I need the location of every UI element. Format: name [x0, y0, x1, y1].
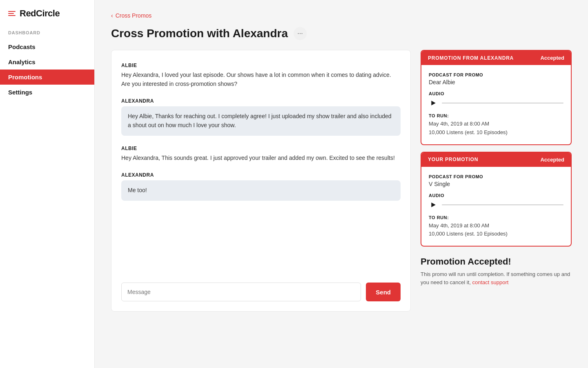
promo-from-podcast-label: PODCAST FOR PROMO [429, 72, 564, 77]
message-bubble: Hey Albie, Thanks for reaching out. I co… [121, 106, 401, 135]
promo-from-title: PROMOTION FROM ALEXANDRA [428, 55, 514, 61]
promo-panel: PROMOTION FROM ALEXANDRA Accepted PODCAS… [421, 50, 572, 287]
sidebar-section-label: DASHBOARD [0, 30, 94, 39]
audio-track [442, 103, 564, 103]
content-area: ‹ Cross Promos Cross Promotion with Alex… [95, 0, 588, 368]
message-block: ALEXANDRA Hey Albie, Thanks for reaching… [121, 98, 401, 135]
message-bubble: Me too! [121, 180, 401, 201]
promo-from-status: Accepted [540, 55, 564, 61]
chevron-left-icon: ‹ [111, 12, 113, 19]
message-block: ALEXANDRA Me too! [121, 172, 401, 201]
promo-yours-run-label: TO RUN: [429, 215, 564, 220]
promotion-accepted-title: Promotion Accepted! [421, 256, 572, 267]
svg-marker-0 [431, 101, 436, 105]
back-link[interactable]: ‹ Cross Promos [111, 12, 572, 19]
chat-panel: ALBIE Hey Alexandra, I loved your last e… [111, 50, 411, 312]
sidebar-item-podcasts[interactable]: Podcasts [0, 39, 94, 54]
page-title: Cross Promotion with Alexandra [111, 27, 288, 40]
sidebar-item-promotions[interactable]: Promotions [0, 70, 94, 85]
promo-yours-card: YOUR PROMOTION Accepted PODCAST FOR PROM… [421, 152, 572, 247]
message-text: Hey Albie, Thanks for reaching out. I co… [128, 112, 394, 130]
promo-yours-title: YOUR PROMOTION [428, 157, 478, 162]
promo-from-card: PROMOTION FROM ALEXANDRA Accepted PODCAS… [421, 50, 572, 145]
message-text: Me too! [128, 186, 394, 195]
contact-support-link[interactable]: contact support [472, 279, 508, 285]
message-block: ALBIE Hey Alexandra, I loved your last e… [121, 63, 401, 88]
sidebar-item-settings[interactable]: Settings [0, 85, 94, 100]
message-text: Hey Alexandra, I loved your last episode… [121, 71, 401, 88]
message-block: ALBIE Hey Alexandra, This sounds great. … [121, 146, 401, 163]
message-sender: ALEXANDRA [121, 172, 401, 178]
promo-from-body: PODCAST FOR PROMO Dear Albie AUDIO TO RU… [421, 65, 571, 144]
logo-icon [8, 11, 16, 16]
play-button[interactable] [429, 99, 438, 108]
promo-yours-audio-label: AUDIO [429, 193, 564, 198]
chat-messages: ALBIE Hey Alexandra, I loved your last e… [111, 50, 410, 276]
message-sender: ALBIE [121, 63, 401, 68]
message-input[interactable] [121, 283, 361, 301]
logo-text: RedCircle [20, 8, 60, 19]
audio-player-yours [429, 200, 564, 209]
two-column-layout: ALBIE Hey Alexandra, I loved your last e… [111, 50, 572, 312]
audio-track-yours [442, 204, 564, 205]
promo-from-run-label: TO RUN: [429, 113, 564, 118]
send-button[interactable]: Send [366, 283, 401, 301]
svg-marker-1 [431, 202, 436, 207]
promo-yours-run-dates: May 4th, 2019 at 8:00 AM 10,000 Listens … [429, 222, 564, 239]
message-sender: ALEXANDRA [121, 98, 401, 104]
promo-yours-header: YOUR PROMOTION Accepted [421, 153, 571, 167]
page-header: Cross Promotion with Alexandra ··· [111, 27, 572, 40]
ellipsis-icon: ··· [297, 30, 303, 37]
promo-from-header: PROMOTION FROM ALEXANDRA Accepted [421, 51, 571, 65]
main-content: ‹ Cross Promos Cross Promotion with Alex… [95, 0, 588, 368]
promo-from-run-dates: May 4th, 2019 at 8:00 AM 10,000 Listens … [429, 120, 564, 137]
sidebar: RedCircle DASHBOARD Podcasts Analytics P… [0, 0, 95, 368]
sidebar-item-analytics[interactable]: Analytics [0, 54, 94, 70]
play-button-yours[interactable] [429, 200, 438, 209]
promotion-accepted-text: This promo will run until completion. If… [421, 270, 572, 287]
promo-yours-podcast-label: PODCAST FOR PROMO [429, 174, 564, 179]
promo-yours-body: PODCAST FOR PROMO V Single AUDIO TO RUN:… [421, 167, 571, 246]
audio-player [429, 99, 564, 108]
more-options-button[interactable]: ··· [294, 27, 307, 40]
message-text: Hey Alexandra, This sounds great. I just… [121, 154, 401, 163]
sidebar-logo: RedCircle [0, 8, 94, 30]
promo-yours-status: Accepted [540, 157, 564, 163]
promo-from-podcast-name: Dear Albie [429, 79, 564, 85]
promo-from-audio-label: AUDIO [429, 91, 564, 96]
promotion-accepted-box: Promotion Accepted! This promo will run … [421, 256, 572, 287]
promo-yours-podcast-name: V Single [429, 181, 564, 187]
message-sender: ALBIE [121, 146, 401, 151]
chat-input-area: Send [111, 276, 410, 311]
